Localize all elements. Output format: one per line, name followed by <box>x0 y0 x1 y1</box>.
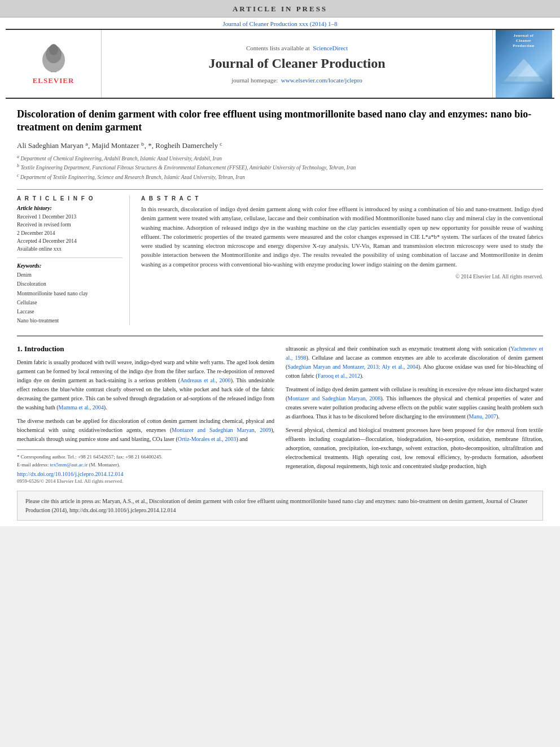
abstract-col: A B S T R A C T In this research, discol… <box>141 195 543 325</box>
body-right-col: ultrasonic as physical and their combina… <box>286 344 543 484</box>
body-two-col: 1. Introduction Denim fabric is usually … <box>17 344 543 484</box>
history-item-4: Available online xxx <box>17 245 123 253</box>
authors-text: Ali Sadeghian Maryan ᵃ, Majid Montazer ᵇ… <box>17 141 222 150</box>
keyword-2: Montmorillonite based nano clay <box>17 289 123 298</box>
banner-text: ARTICLE IN PRESS <box>233 5 327 13</box>
abstract-label: A B S T R A C T <box>141 195 543 202</box>
header-right: Journal ofCleanerProduction <box>492 30 554 98</box>
ref-ortiz[interactable]: Ortiz-Morales et al., 2003 <box>178 436 237 442</box>
history-item-1: Received in revised form <box>17 221 123 229</box>
elsevier-tree-icon <box>34 43 73 74</box>
footnote-divider <box>17 449 172 450</box>
right-para-1: Treatment of indigo dyed denim garment w… <box>286 385 543 421</box>
footnote-star: * Corresponding author. Tel.: +98 21 645… <box>17 453 274 461</box>
journal-info-text: Journal of Cleaner Production xxx (2014)… <box>223 20 338 27</box>
email-address[interactable]: tex5mm@aut.ac.ir <box>50 462 88 468</box>
ref-sadeghian-montazer[interactable]: Sadeghian Maryan and Montazer, 2013; Aly… <box>287 364 418 370</box>
intro-heading: 1. Introduction <box>17 344 274 353</box>
article-info-abstract-section: A R T I C L E I N F O Article history: R… <box>17 189 543 325</box>
affil-2-text: Textile Engineering Department, Function… <box>20 165 356 171</box>
keyword-5: Nano bio-treatment <box>17 316 123 325</box>
badge-text: Journal ofCleanerProduction <box>513 33 534 49</box>
citation-text: Please cite this article in press as: Ma… <box>25 498 528 513</box>
article-info-col: A R T I C L E I N F O Article history: R… <box>17 195 130 325</box>
intro-para-0: Denim fabric is usually produced with tw… <box>17 358 274 412</box>
article-info-label: A R T I C L E I N F O <box>17 195 123 202</box>
abstract-text: In this research, discoloration of indig… <box>141 205 543 269</box>
citation-box: Please cite this article in press as: Ma… <box>17 491 543 521</box>
cleaner-production-badge: Journal ofCleanerProduction <box>496 30 552 98</box>
doi-link[interactable]: http://dx.doi.org/10.1016/j.jclepro.2014… <box>17 471 274 477</box>
header-center: Contents lists available at ScienceDirec… <box>102 30 492 98</box>
svg-rect-6 <box>498 77 549 85</box>
intro-para-1: The diverse methods can be applied for d… <box>17 417 274 444</box>
history-item-3: Accepted 4 December 2014 <box>17 237 123 245</box>
content-area: Discoloration of denim garment with colo… <box>0 99 560 526</box>
authors-line: Ali Sadeghian Maryan ᵃ, Majid Montazer ᵇ… <box>17 141 543 150</box>
divider-1 <box>17 257 123 258</box>
affil-3: c Department of Textile Engineering, Sci… <box>17 172 543 181</box>
sciencedirect-line: Contents lists available at ScienceDirec… <box>246 45 348 51</box>
sciencedirect-link[interactable]: ScienceDirect <box>313 45 348 51</box>
body-section: 1. Introduction Denim fabric is usually … <box>17 335 543 484</box>
ref-manu[interactable]: Manu, 2007 <box>469 413 496 420</box>
history-item-2: 2 December 2014 <box>17 229 123 237</box>
homepage-label: journal homepage: <box>231 77 278 84</box>
homepage-url[interactable]: www.elsevier.com/locate/jclepro <box>281 77 362 84</box>
svg-point-3 <box>49 44 58 55</box>
ref-montazer-2008[interactable]: Montazer and Sadeghian Maryan, 2008 <box>287 395 380 401</box>
history-item-0: Received 1 December 2013 <box>17 213 123 221</box>
body-left-col: 1. Introduction Denim fabric is usually … <box>17 344 274 484</box>
right-para-2: Several physical, chemical and biologica… <box>286 426 543 471</box>
ref-farooq[interactable]: Farooq et al., 2012 <box>318 373 360 379</box>
article-history-label: Article history: <box>17 205 123 211</box>
keyword-1: Discoloration <box>17 279 123 289</box>
header-left: ELSEVIER <box>6 30 102 98</box>
copyright-line: © 2014 Elsevier Ltd. All rights reserved… <box>141 274 543 279</box>
affil-1-text: Department of Chemical Engineering, Arda… <box>20 156 222 161</box>
footnote-email: E-mail address: tex5mm@aut.ac.ir (M. Mon… <box>17 461 274 469</box>
affiliations: a Department of Chemical Engineering, Ar… <box>17 154 543 181</box>
issn-line: 0959-6526/© 2014 Elsevier Ltd. All right… <box>17 478 274 484</box>
affil-1: a Department of Chemical Engineering, Ar… <box>17 154 543 163</box>
elsevier-label: ELSEVIER <box>33 76 75 85</box>
keyword-3: Cellulase <box>17 298 123 307</box>
page-wrapper: ARTICLE IN PRESS Journal of Cleaner Prod… <box>0 0 560 526</box>
article-in-press-banner: ARTICLE IN PRESS <box>0 0 560 18</box>
journal-homepage: journal homepage: www.elsevier.com/locat… <box>231 77 362 84</box>
email-suffix: (M. Montazer). <box>89 462 120 468</box>
sciencedirect-label: Contents lists available at <box>246 45 310 51</box>
ref-andreaus[interactable]: Andreaus et al., 2000 <box>180 377 231 383</box>
article-title: Discoloration of denim garment with colo… <box>17 99 543 139</box>
affil-2: b Textile Engineering Department, Functi… <box>17 163 543 172</box>
email-label: E-mail address: <box>17 462 49 468</box>
journal-title: Journal of Cleaner Production <box>208 56 385 71</box>
right-para-0: ultrasonic as physical and their combina… <box>286 344 543 381</box>
keywords-label: Keywords: <box>17 263 123 269</box>
journal-info-row: Journal of Cleaner Production xxx (2014)… <box>0 18 560 29</box>
ref-yachmenev[interactable]: Yachmenev et al., 1998 <box>286 346 543 361</box>
badge-mountain-icon <box>498 52 549 86</box>
affil-3-text: Department of Textile Engineering, Scien… <box>20 174 245 180</box>
keyword-0: Denim <box>17 270 123 279</box>
keyword-4: Laccase <box>17 307 123 316</box>
ref-mamma[interactable]: Mamma et al., 2004 <box>59 404 104 410</box>
header-section: ELSEVIER Contents lists available at Sci… <box>6 29 554 99</box>
ref-montazer-2009[interactable]: Montazer and Sadeghian Maryan, 2009 <box>172 427 271 433</box>
